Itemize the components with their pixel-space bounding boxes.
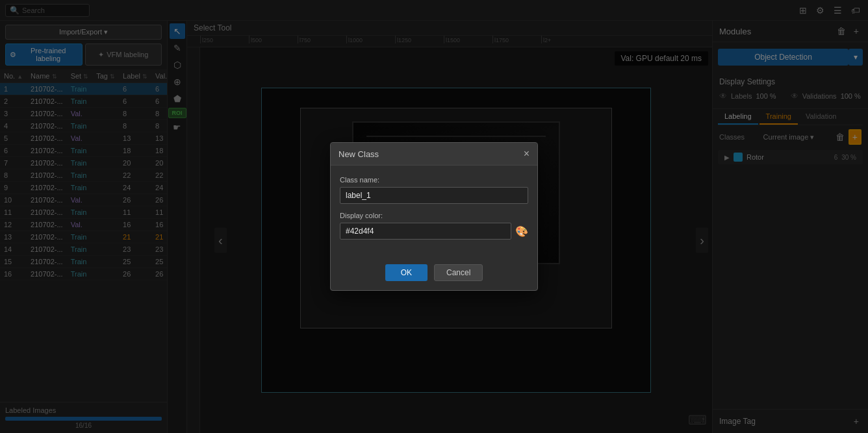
- class-name-label: Class name:: [340, 176, 528, 184]
- new-class-dialog: New Class × Class name: Display color: 🎨…: [330, 142, 538, 291]
- dialog-footer: OK Cancel: [331, 258, 537, 290]
- dialog-body: Class name: Display color: 🎨: [331, 166, 537, 258]
- display-color-label: Display color:: [340, 212, 528, 219]
- class-name-field: Class name:: [340, 176, 528, 204]
- color-row: 🎨: [340, 223, 528, 240]
- class-name-input[interactable]: [340, 187, 528, 204]
- ok-button[interactable]: OK: [385, 264, 428, 281]
- cancel-button[interactable]: Cancel: [434, 264, 483, 281]
- color-input[interactable]: [340, 223, 511, 240]
- dialog-close-btn[interactable]: ×: [524, 148, 530, 160]
- dialog-header: New Class ×: [331, 143, 537, 166]
- new-class-overlay[interactable]: New Class × Class name: Display color: 🎨…: [0, 0, 868, 433]
- dialog-title: New Class: [338, 149, 379, 159]
- color-picker-btn[interactable]: 🎨: [515, 225, 528, 238]
- display-color-field: Display color: 🎨: [340, 212, 528, 240]
